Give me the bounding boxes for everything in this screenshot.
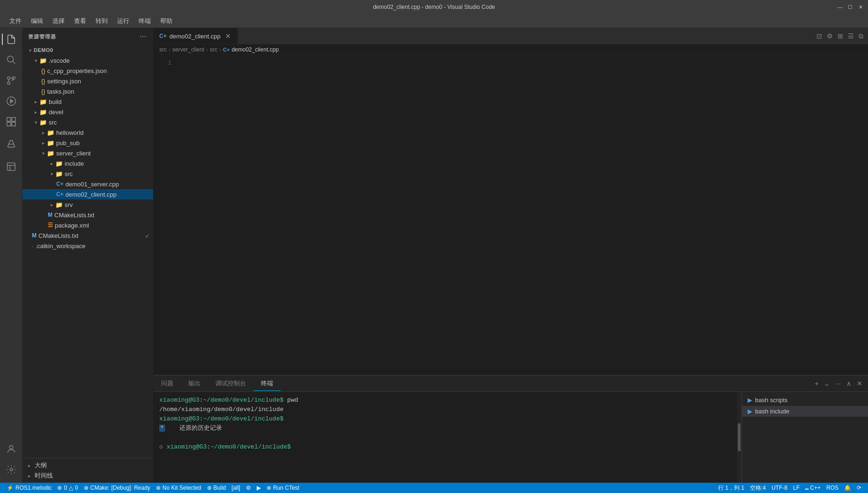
activity-test[interactable]: [2, 135, 21, 154]
tree-item-helloworld[interactable]: ▸ 📁 helloworld: [22, 127, 153, 138]
sidebar-timeline[interactable]: ▸ 时间线: [22, 471, 153, 481]
menu-run[interactable]: 运行: [112, 15, 134, 27]
close-button[interactable]: ✕: [857, 3, 864, 11]
tab-label: 输出: [188, 380, 200, 387]
tree-item-cmakelists[interactable]: M CMakeLists.txt ↙: [22, 230, 153, 241]
status-errors[interactable]: ⊗ 0 △ 0: [54, 483, 81, 493]
panel-toggle-icon[interactable]: ☰: [846, 31, 856, 41]
bash-session-include[interactable]: ▶ bash include: [742, 406, 868, 417]
tree-item-pub-sub[interactable]: ▸ 📁 pub_sub: [22, 138, 153, 148]
activity-search[interactable]: [2, 51, 21, 69]
activity-settings[interactable]: [2, 460, 21, 479]
status-build[interactable]: ⊕ Build: [204, 483, 229, 493]
menu-view[interactable]: 查看: [69, 15, 91, 27]
sidebar-outline[interactable]: ▸ 大纲: [22, 460, 153, 471]
activity-extensions[interactable]: [2, 112, 21, 131]
menu-terminal[interactable]: 终端: [134, 15, 156, 27]
window-title: demo02_client.cpp - demo0 - Visual Studi…: [373, 4, 495, 10]
status-ros[interactable]: ⚡ ROS1.melodic: [4, 483, 54, 493]
breadcrumb-src2[interactable]: src: [210, 46, 217, 53]
status-encoding[interactable]: UTF-8: [769, 483, 790, 493]
status-line-col[interactable]: 行 1，列 1: [715, 483, 747, 493]
scroll-thumb[interactable]: [738, 423, 741, 451]
tree-item-demo02[interactable]: C+ demo02_client.cpp: [22, 189, 153, 199]
status-line-ending[interactable]: LF: [790, 483, 802, 493]
status-ros-right[interactable]: ROS: [823, 483, 841, 493]
breadcrumb-server-client[interactable]: server_client: [172, 46, 204, 53]
ellipsis-icon[interactable]: ⊞: [836, 31, 845, 41]
status-kit[interactable]: ⊗ No Kit Selected: [153, 483, 204, 493]
terminal-maximize-icon[interactable]: ∧: [845, 379, 853, 388]
sidebar-title: 资源管理器: [28, 33, 56, 40]
status-sync[interactable]: ⟳: [854, 483, 864, 493]
tree-item-src[interactable]: ▾ 📁 src: [22, 117, 153, 127]
tree-item-include[interactable]: ▸ 📁 include: [22, 158, 153, 169]
terminal-tab-terminal[interactable]: 终端: [253, 376, 281, 391]
terminal-more-icon[interactable]: ···: [833, 379, 843, 388]
status-language[interactable]: ⑉ C++: [802, 483, 823, 493]
terminal-line-blank: [159, 433, 731, 442]
tree-label: src: [65, 170, 73, 177]
tree-label: .vscode: [49, 57, 70, 64]
terminal-close-icon[interactable]: ✕: [855, 379, 864, 388]
tree-item-package-xml[interactable]: ☰ package.xml: [22, 220, 153, 230]
split-editor-icon[interactable]: ⊡: [815, 31, 824, 41]
tab-close-button[interactable]: ✕: [224, 32, 232, 40]
tree-item-demo01[interactable]: C+ demo01_server.cpp: [22, 179, 153, 189]
svg-point-10: [9, 446, 13, 449]
menu-bar: 文件 编辑 选择 查看 转到 运行 终端 帮助: [0, 14, 868, 28]
menu-edit[interactable]: 编辑: [26, 15, 48, 27]
bash-session-scripts[interactable]: ▶ bash scripts: [742, 395, 868, 405]
terminal-content[interactable]: xiaoming@G3:~/demo0/devel/include$ pwd /…: [154, 392, 737, 483]
sidebar-more-icon[interactable]: ···: [139, 32, 148, 41]
activity-remote[interactable]: [2, 157, 21, 176]
status-spaces[interactable]: 空格:4: [747, 483, 769, 493]
menu-file[interactable]: 文件: [5, 15, 26, 27]
status-ctest[interactable]: ⊕ Run CTest: [264, 483, 302, 493]
tree-item-c-cpp-props[interactable]: {} c_cpp_properties.json: [22, 66, 153, 76]
maximize-button[interactable]: ☐: [846, 3, 854, 11]
json-icon: {}: [41, 67, 45, 74]
tree-item-build[interactable]: ▸ 📁 build: [22, 96, 153, 107]
tree-item-srv[interactable]: ▸ 📁 srv: [22, 199, 153, 210]
status-build-all[interactable]: [all]: [229, 483, 243, 493]
tree-item-server-client[interactable]: ▾ 📁 server_client: [22, 148, 153, 158]
status-run[interactable]: ▶: [254, 483, 264, 493]
build-icon: ⊕: [207, 485, 212, 491]
status-cmake[interactable]: ⊕ CMake: [Debug]: Ready: [81, 483, 153, 493]
status-gear[interactable]: ⚙: [243, 483, 254, 493]
terminal-tab-debug-console[interactable]: 调试控制台: [208, 376, 253, 390]
menu-help[interactable]: 帮助: [156, 15, 177, 27]
breadcrumb-filename[interactable]: demo02_client.cpp: [231, 46, 279, 53]
window-controls[interactable]: — ☐ ✕: [836, 3, 864, 11]
status-bar: ⚡ ROS1.melodic ⊗ 0 △ 0 ⊕ CMake: [Debug]:…: [0, 483, 868, 493]
tree-item-catkin-workspace[interactable]: · .catkin_workspace: [22, 241, 153, 251]
tree-item-demo0[interactable]: ▾ DEMO0: [22, 45, 153, 55]
status-bell[interactable]: 🔔: [841, 483, 854, 493]
editor-content[interactable]: 1: [154, 55, 868, 375]
terminal-tab-output[interactable]: 输出: [181, 376, 208, 390]
breadcrumb-src[interactable]: src: [159, 46, 167, 53]
menu-goto[interactable]: 转到: [91, 15, 112, 27]
maximize-icon[interactable]: ⧉: [857, 31, 865, 41]
activity-git[interactable]: [2, 71, 21, 90]
activity-files[interactable]: [2, 30, 21, 49]
tab-demo02-client[interactable]: C+ demo02_client.cpp ✕: [154, 28, 238, 44]
tree-item-src-inner[interactable]: ▾ 📁 src: [22, 169, 153, 179]
settings-sync-icon[interactable]: ⚙: [825, 31, 835, 41]
tree-item-tasks-json[interactable]: {} tasks.json: [22, 86, 153, 96]
terminal-tab-problems[interactable]: 问题: [154, 376, 181, 390]
terminal-split-icon[interactable]: ⌄: [822, 379, 831, 388]
sidebar-bottom: ▸ 大纲 ▸ 时间线: [22, 458, 153, 483]
menu-select[interactable]: 选择: [48, 15, 69, 27]
new-terminal-icon[interactable]: +: [813, 379, 820, 388]
tree-item-cmakelists-inner[interactable]: M CMakeLists.txt: [22, 210, 153, 220]
tree-label: server_client: [56, 150, 91, 157]
tree-item-settings-json[interactable]: {} settings.json: [22, 76, 153, 86]
activity-debug[interactable]: [2, 92, 21, 110]
activity-account[interactable]: [2, 440, 21, 458]
minimize-button[interactable]: —: [836, 3, 844, 11]
timeline-label: 时间线: [35, 471, 53, 480]
tree-item-vscode[interactable]: ▾ 📁 .vscode: [22, 55, 153, 66]
tree-item-devel[interactable]: ▸ 📁 devel: [22, 107, 153, 117]
